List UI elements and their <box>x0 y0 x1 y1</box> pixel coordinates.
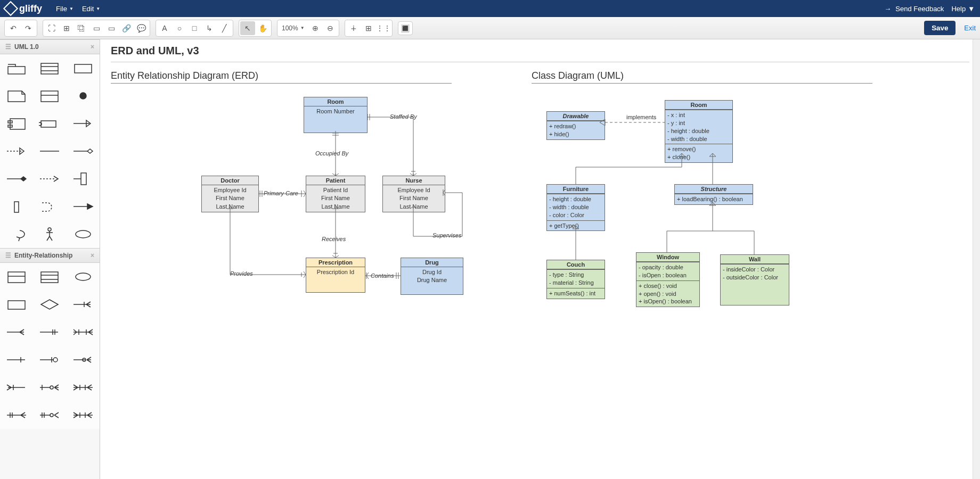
ungroup-button[interactable]: ⊞ <box>59 21 74 35</box>
back-button[interactable]: ▭ <box>104 21 119 35</box>
uml-rect-shape[interactable] <box>67 54 100 82</box>
uml-fdiamond-line-shape[interactable] <box>0 165 33 193</box>
method: + clone() <box>667 153 730 161</box>
er-zero-crow-shape[interactable] <box>67 346 100 374</box>
zoom-out-button[interactable]: ⊖ <box>323 21 338 35</box>
er-entity3-shape[interactable] <box>33 263 66 291</box>
er-one-one-crow-shape[interactable] <box>0 401 33 429</box>
accordion-uml[interactable]: ☰UML 1.0 × <box>0 39 100 54</box>
uml-dot-shape[interactable] <box>67 82 100 110</box>
uml-note-shape[interactable] <box>0 82 33 110</box>
uml-couch[interactable]: Couch - type : String- material : String… <box>546 260 605 299</box>
pointer-tool[interactable]: ↖ <box>240 21 255 35</box>
save-button[interactable]: Save <box>924 21 956 35</box>
erd-patient-body: Patient IdFirst NameLast Name <box>306 185 365 212</box>
attr: - opacity : double <box>639 263 697 271</box>
link-button[interactable]: 🔗 <box>119 21 134 35</box>
svg-rect-8 <box>8 301 25 309</box>
chevron-down-icon: ▼ <box>96 6 100 11</box>
uml-window[interactable]: Window - opacity : double- isOpen : bool… <box>636 252 700 307</box>
uml-dash-open-arrow-shape[interactable] <box>0 137 33 165</box>
snap-button[interactable]: ∔ <box>346 21 361 35</box>
accordion-er[interactable]: ☰Entity-Relationship × <box>0 248 100 263</box>
svg-point-7 <box>76 273 91 280</box>
line-tool[interactable]: ╱ <box>217 21 232 35</box>
uml-activation-shape[interactable] <box>67 165 100 193</box>
uml-dash-arrow-shape[interactable] <box>33 165 66 193</box>
er-rect-shape[interactable] <box>0 291 33 318</box>
er-entity2-shape[interactable] <box>0 263 33 291</box>
uml-structure[interactable]: Structure + loadBearing() : boolean <box>674 184 753 205</box>
attr: - x : int <box>667 111 730 119</box>
theme-button[interactable]: 🔳 <box>398 21 413 35</box>
front-button[interactable]: ▭ <box>89 21 104 35</box>
er-one-zero-crow2-shape[interactable] <box>33 401 66 429</box>
erd-prescription[interactable]: Prescription Prescription Id <box>306 258 365 293</box>
menu-file[interactable]: File▼ <box>52 5 78 13</box>
exit-link[interactable]: Exit <box>964 24 976 32</box>
uml-wall[interactable]: Wall - insideColor : Color- outsideColor… <box>720 254 789 305</box>
uml-class2-shape[interactable] <box>33 82 66 110</box>
zoom-select[interactable]: 100%▼ <box>279 21 308 35</box>
uml-arrow-open-shape[interactable] <box>67 110 100 137</box>
uml-component-shape[interactable] <box>0 110 33 137</box>
er-diamond-shape[interactable] <box>33 291 66 318</box>
uml-dash-box-shape[interactable] <box>33 193 66 220</box>
uml-structure-title: Structure <box>675 185 753 194</box>
text-tool[interactable]: A <box>157 21 172 35</box>
grid-button[interactable]: ⊞ <box>361 21 376 35</box>
er-crow-one-crow-shape[interactable] <box>67 401 100 429</box>
canvas[interactable]: ERD and UML, v3 Entity Relationship Diag… <box>100 39 980 479</box>
uml-drawable[interactable]: Drawable + redraw()+ hide() <box>546 111 605 140</box>
uml-actor-shape[interactable] <box>33 220 66 248</box>
erd-drug[interactable]: Drug Drug IdDrug Name <box>401 258 463 295</box>
uml-class3-shape[interactable] <box>33 54 66 82</box>
er-one-shape[interactable] <box>0 346 33 374</box>
er-ellipse-shape[interactable] <box>67 263 100 291</box>
uml-line-shape[interactable] <box>33 137 66 165</box>
attr: Drug Id <box>402 268 462 276</box>
connector-tool[interactable]: ↳ <box>202 21 217 35</box>
uml-diamond-line-shape[interactable] <box>67 137 100 165</box>
er-crow-shape[interactable] <box>0 318 33 346</box>
menu-help[interactable]: Help▼ <box>951 5 975 13</box>
comment-button[interactable]: 💬 <box>134 21 149 35</box>
sidebar: ☰UML 1.0 × ☰Entity-R <box>0 39 100 479</box>
erd-patient[interactable]: Patient Patient IdFirst NameLast Name <box>306 176 365 212</box>
uml-section-title: Class Diagram (UML) <box>532 70 624 81</box>
uml-ellipse-shape[interactable] <box>67 220 100 248</box>
uml-room[interactable]: Room - x : int- y : int- height : double… <box>665 100 733 163</box>
ellipse-tool[interactable]: ○ <box>172 21 187 35</box>
er-crow-one-l-shape[interactable] <box>0 374 33 401</box>
erd-room[interactable]: Room Room Number <box>304 97 368 133</box>
erd-doctor-title: Doctor <box>202 176 258 185</box>
uml-solid-arrow-shape[interactable] <box>67 193 100 220</box>
erd-doctor[interactable]: Doctor Employee IdFirst NameLast Name <box>201 176 259 212</box>
er-many-many-shape[interactable] <box>67 318 100 346</box>
uml-room-methods: + remove()+ clone() <box>665 144 732 162</box>
er-zero-one-shape[interactable] <box>33 346 66 374</box>
menu-edit[interactable]: Edit▼ <box>78 5 104 13</box>
pan-tool[interactable]: ✋ <box>255 21 270 35</box>
group-button[interactable]: ⛶ <box>44 21 59 35</box>
uml-interface-shape[interactable] <box>33 110 66 137</box>
rect-tool[interactable]: □ <box>187 21 202 35</box>
vertical-scrollbar[interactable] <box>973 39 980 479</box>
erd-nurse[interactable]: Nurse Employee IdFirst NameLast Name <box>382 176 445 212</box>
er-one-one-shape[interactable] <box>33 318 66 346</box>
uml-package-shape[interactable] <box>0 54 33 82</box>
close-icon[interactable]: × <box>91 252 94 259</box>
er-one-crow-shape[interactable] <box>67 291 100 318</box>
uml-lifeline-shape[interactable] <box>0 193 33 220</box>
uml-furniture[interactable]: Furniture - height : double- width : dou… <box>546 184 605 231</box>
er-both-crow-one-shape[interactable] <box>67 374 100 401</box>
close-icon[interactable]: × <box>91 43 94 51</box>
guides-button[interactable]: ⋮⋮ <box>376 21 391 35</box>
uml-self-shape[interactable] <box>0 220 33 248</box>
send-feedback-link[interactable]: Send Feedback <box>884 5 944 13</box>
zoom-in-button[interactable]: ⊕ <box>308 21 323 35</box>
undo-button[interactable]: ↶ <box>6 21 21 35</box>
er-one-zero-crow-shape[interactable] <box>33 374 66 401</box>
copy-button[interactable]: ⿻ <box>74 21 89 35</box>
redo-button[interactable]: ↷ <box>21 21 36 35</box>
